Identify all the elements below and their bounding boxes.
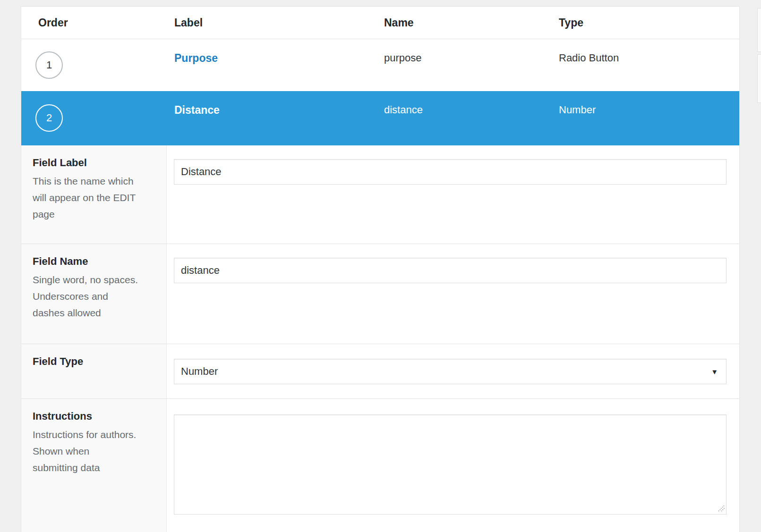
setting-description: Instructions for authors. Shown when sub… [33,426,154,476]
setting-row-field-name: Field Name Single word, no spaces. Under… [21,244,739,344]
order-badge: 1 [35,51,63,79]
instructions-textarea[interactable] [174,414,727,515]
column-header-order: Order [21,7,174,39]
sidebar-panel-edge [757,8,761,52]
setting-row-field-label: Field Label This is the name which will … [21,145,739,244]
field-row-purpose[interactable]: 1 Purpose purpose Radio Button [21,39,739,91]
setting-description: This is the name which will appear on th… [33,173,154,222]
sidebar-panel-edge [757,54,761,103]
field-row-distance-selected[interactable]: 2 Distance distance Number [21,91,739,145]
resize-handle-icon[interactable] [717,503,725,512]
column-header-label: Label [174,7,384,39]
field-type-select[interactable]: Number ▼ [174,359,727,384]
field-name-cell: distance [384,91,559,145]
field-label-link[interactable]: Purpose [174,39,384,91]
field-label-input[interactable] [174,159,727,185]
table-header-row: Order Label Name Type [21,7,739,39]
field-name-cell: purpose [384,39,559,91]
setting-description: Single word, no spaces. Underscores and … [33,271,154,321]
setting-row-instructions: Instructions Instructions for authors. S… [21,399,739,532]
column-header-type: Type [559,7,739,39]
field-label-link[interactable]: Distance [174,91,384,145]
fields-table: Order Label Name Type 1 Purpose purpose … [21,6,740,532]
column-header-name: Name [384,7,559,39]
order-badge: 2 [35,104,63,132]
setting-title-instructions: Instructions [33,410,154,422]
field-type-cell: Radio Button [559,39,739,91]
setting-title-field-label: Field Label [33,157,154,169]
field-name-input[interactable] [174,258,727,283]
setting-title-field-type: Field Type [33,355,154,368]
setting-row-field-type: Field Type Number ▼ [21,344,739,399]
setting-title-field-name: Field Name [33,255,154,268]
field-type-selected-value: Number [181,365,218,378]
field-type-cell: Number [559,91,739,145]
chevron-down-icon: ▼ [711,368,718,376]
